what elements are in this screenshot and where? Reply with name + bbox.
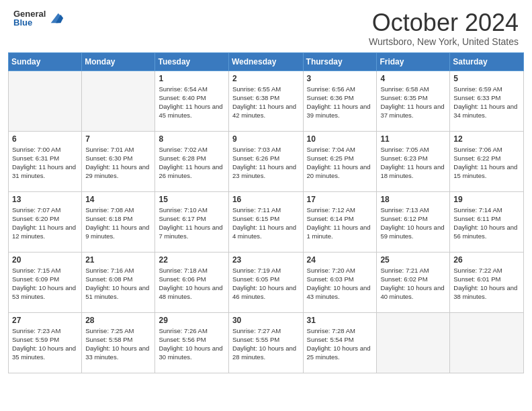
- day-number: 26: [453, 255, 520, 265]
- calendar-table: SundayMondayTuesdayWednesdayThursdayFrid…: [8, 52, 524, 373]
- calendar-week-row: 27Sunrise: 7:23 AMSunset: 5:59 PMDayligh…: [9, 312, 524, 373]
- day-info: Sunrise: 7:03 AMSunset: 6:26 PMDaylight:…: [232, 145, 300, 181]
- day-info: Sunrise: 7:12 AMSunset: 6:14 PMDaylight:…: [307, 205, 373, 241]
- day-info: Sunrise: 7:11 AMSunset: 6:15 PMDaylight:…: [232, 205, 300, 241]
- day-info: Sunrise: 6:56 AMSunset: 6:36 PMDaylight:…: [307, 85, 373, 120]
- day-info: Sunrise: 7:20 AMSunset: 6:03 PMDaylight:…: [307, 266, 373, 302]
- day-info: Sunrise: 7:13 AMSunset: 6:12 PMDaylight:…: [380, 205, 446, 241]
- calendar-cell: [82, 71, 155, 131]
- day-number: 4: [380, 74, 446, 83]
- calendar-cell: 7Sunrise: 7:01 AMSunset: 6:30 PMDaylight…: [82, 131, 155, 191]
- calendar-cell: [450, 312, 524, 373]
- calendar-cell: 24Sunrise: 7:20 AMSunset: 6:03 PMDayligh…: [303, 252, 377, 312]
- calendar-cell: 27Sunrise: 7:23 AMSunset: 5:59 PMDayligh…: [9, 312, 82, 373]
- calendar-cell: 16Sunrise: 7:11 AMSunset: 6:15 PMDayligh…: [228, 191, 303, 252]
- calendar-cell: [9, 71, 82, 131]
- day-info: Sunrise: 7:21 AMSunset: 6:02 PMDaylight:…: [380, 266, 446, 302]
- title-block: October 2024 Wurtsboro, New York, United…: [369, 9, 519, 47]
- day-info: Sunrise: 7:26 AMSunset: 5:56 PMDaylight:…: [159, 326, 224, 362]
- calendar-cell: 20Sunrise: 7:15 AMSunset: 6:09 PMDayligh…: [9, 252, 82, 312]
- day-number: 20: [12, 255, 78, 265]
- day-number: 8: [159, 134, 224, 144]
- month-title: October 2024: [369, 9, 519, 36]
- calendar-cell: 15Sunrise: 7:10 AMSunset: 6:17 PMDayligh…: [155, 191, 228, 252]
- day-number: 14: [85, 195, 151, 204]
- calendar-week-row: 6Sunrise: 7:00 AMSunset: 6:31 PMDaylight…: [9, 131, 524, 191]
- day-info: Sunrise: 7:05 AMSunset: 6:23 PMDaylight:…: [380, 145, 446, 181]
- calendar-cell: 3Sunrise: 6:56 AMSunset: 6:36 PMDaylight…: [303, 71, 377, 131]
- calendar-cell: 10Sunrise: 7:04 AMSunset: 6:25 PMDayligh…: [303, 131, 377, 191]
- day-number: 28: [85, 316, 151, 325]
- day-number: 30: [232, 316, 300, 325]
- day-info: Sunrise: 7:19 AMSunset: 6:05 PMDaylight:…: [232, 266, 300, 302]
- day-number: 21: [85, 255, 151, 265]
- calendar-cell: 22Sunrise: 7:18 AMSunset: 6:06 PMDayligh…: [155, 252, 228, 312]
- calendar-week-row: 13Sunrise: 7:07 AMSunset: 6:20 PMDayligh…: [9, 191, 524, 252]
- calendar-cell: 26Sunrise: 7:22 AMSunset: 6:01 PMDayligh…: [450, 252, 524, 312]
- day-header-tuesday: Tuesday: [155, 52, 228, 71]
- calendar-cell: 14Sunrise: 7:08 AMSunset: 6:18 PMDayligh…: [82, 191, 155, 252]
- page: General Blue October 2024 Wurtsboro, New…: [0, 0, 532, 411]
- day-info: Sunrise: 6:58 AMSunset: 6:35 PMDaylight:…: [380, 85, 446, 120]
- day-info: Sunrise: 6:54 AMSunset: 6:40 PMDaylight:…: [159, 85, 224, 120]
- day-header-sunday: Sunday: [9, 52, 82, 71]
- day-info: Sunrise: 7:01 AMSunset: 6:30 PMDaylight:…: [85, 145, 151, 181]
- day-info: Sunrise: 7:25 AMSunset: 5:58 PMDaylight:…: [85, 326, 151, 362]
- calendar-cell: 5Sunrise: 6:59 AMSunset: 6:33 PMDaylight…: [450, 71, 524, 131]
- calendar-cell: 25Sunrise: 7:21 AMSunset: 6:02 PMDayligh…: [377, 252, 450, 312]
- calendar-cell: 30Sunrise: 7:27 AMSunset: 5:55 PMDayligh…: [228, 312, 303, 373]
- day-number: 25: [380, 255, 446, 265]
- day-header-thursday: Thursday: [303, 52, 377, 71]
- day-number: 13: [12, 195, 78, 204]
- day-number: 6: [12, 134, 78, 144]
- day-header-monday: Monday: [82, 52, 155, 71]
- day-header-friday: Friday: [377, 52, 450, 71]
- calendar-cell: 12Sunrise: 7:06 AMSunset: 6:22 PMDayligh…: [450, 131, 524, 191]
- day-info: Sunrise: 7:22 AMSunset: 6:01 PMDaylight:…: [453, 266, 520, 302]
- day-info: Sunrise: 6:55 AMSunset: 6:38 PMDaylight:…: [232, 85, 300, 120]
- day-info: Sunrise: 7:06 AMSunset: 6:22 PMDaylight:…: [453, 145, 520, 181]
- calendar-cell: [377, 312, 450, 373]
- day-info: Sunrise: 7:08 AMSunset: 6:18 PMDaylight:…: [85, 205, 151, 241]
- calendar-cell: 29Sunrise: 7:26 AMSunset: 5:56 PMDayligh…: [155, 312, 228, 373]
- calendar-cell: 9Sunrise: 7:03 AMSunset: 6:26 PMDaylight…: [228, 131, 303, 191]
- calendar-cell: 23Sunrise: 7:19 AMSunset: 6:05 PMDayligh…: [228, 252, 303, 312]
- calendar-cell: 31Sunrise: 7:28 AMSunset: 5:54 PMDayligh…: [303, 312, 377, 373]
- day-info: Sunrise: 7:28 AMSunset: 5:54 PMDaylight:…: [307, 326, 373, 362]
- day-number: 5: [453, 74, 520, 83]
- day-number: 31: [307, 316, 373, 325]
- day-info: Sunrise: 7:00 AMSunset: 6:31 PMDaylight:…: [12, 145, 78, 181]
- day-number: 16: [232, 195, 300, 204]
- day-number: 9: [232, 134, 300, 144]
- day-header-wednesday: Wednesday: [228, 52, 303, 71]
- day-number: 19: [453, 195, 520, 204]
- day-info: Sunrise: 7:10 AMSunset: 6:17 PMDaylight:…: [159, 205, 224, 241]
- day-info: Sunrise: 7:18 AMSunset: 6:06 PMDaylight:…: [159, 266, 224, 302]
- calendar-cell: 2Sunrise: 6:55 AMSunset: 6:38 PMDaylight…: [228, 71, 303, 131]
- calendar-cell: 17Sunrise: 7:12 AMSunset: 6:14 PMDayligh…: [303, 191, 377, 252]
- calendar-cell: 21Sunrise: 7:16 AMSunset: 6:08 PMDayligh…: [82, 252, 155, 312]
- day-number: 24: [307, 255, 373, 265]
- calendar-wrapper: SundayMondayTuesdayWednesdayThursdayFrid…: [0, 52, 532, 381]
- calendar-cell: 6Sunrise: 7:00 AMSunset: 6:31 PMDaylight…: [9, 131, 82, 191]
- header: General Blue October 2024 Wurtsboro, New…: [0, 0, 532, 52]
- calendar-cell: 18Sunrise: 7:13 AMSunset: 6:12 PMDayligh…: [377, 191, 450, 252]
- day-number: 23: [232, 255, 300, 265]
- calendar-cell: 1Sunrise: 6:54 AMSunset: 6:40 PMDaylight…: [155, 71, 228, 131]
- day-number: 27: [12, 316, 78, 325]
- day-number: 29: [159, 316, 224, 325]
- day-number: 10: [307, 134, 373, 144]
- day-number: 12: [453, 134, 520, 144]
- calendar-header-row: SundayMondayTuesdayWednesdayThursdayFrid…: [9, 52, 524, 71]
- day-info: Sunrise: 7:04 AMSunset: 6:25 PMDaylight:…: [307, 145, 373, 181]
- calendar-cell: 8Sunrise: 7:02 AMSunset: 6:28 PMDaylight…: [155, 131, 228, 191]
- day-info: Sunrise: 7:23 AMSunset: 5:59 PMDaylight:…: [12, 326, 78, 362]
- day-number: 3: [307, 74, 373, 83]
- day-number: 11: [380, 134, 446, 144]
- calendar-week-row: 1Sunrise: 6:54 AMSunset: 6:40 PMDaylight…: [9, 71, 524, 131]
- logo-blue-text: Blue: [13, 18, 46, 27]
- day-info: Sunrise: 7:16 AMSunset: 6:08 PMDaylight:…: [85, 266, 151, 302]
- day-header-saturday: Saturday: [450, 52, 524, 71]
- calendar-cell: 19Sunrise: 7:14 AMSunset: 6:11 PMDayligh…: [450, 191, 524, 252]
- day-info: Sunrise: 7:14 AMSunset: 6:11 PMDaylight:…: [453, 205, 520, 241]
